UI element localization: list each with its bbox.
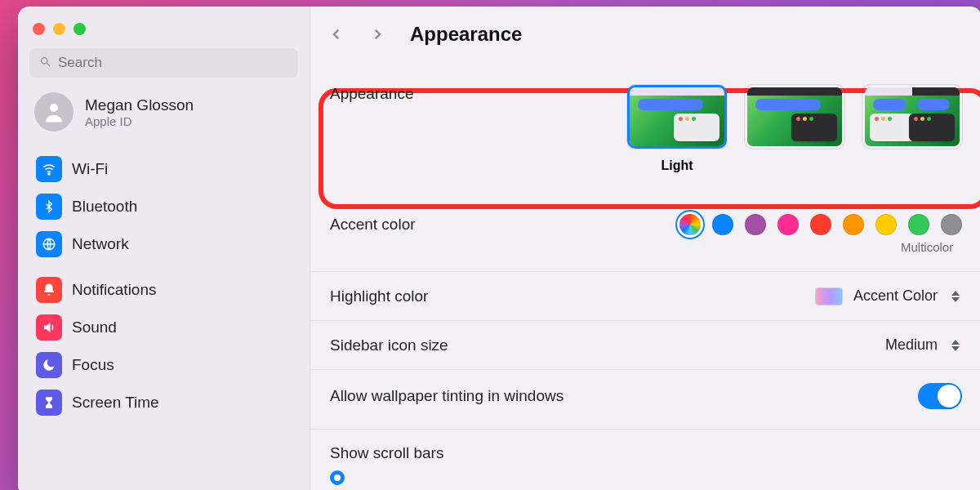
globe-icon — [36, 231, 62, 257]
chevron-up-down-icon — [949, 287, 962, 305]
svg-point-3 — [48, 173, 50, 175]
wallpaper-tinting-toggle[interactable] — [918, 383, 962, 409]
scroll-bars-section: Show scroll bars — [310, 429, 980, 485]
appearance-selected-label: Light — [627, 158, 727, 173]
sidebar-item-label: Network — [72, 235, 129, 253]
highlight-color-row: Highlight color Accent Color — [310, 272, 980, 321]
accent-pink[interactable] — [777, 214, 799, 235]
apple-id-row[interactable]: Megan Glosson Apple ID — [29, 82, 298, 141]
search-input[interactable] — [58, 55, 288, 71]
main-panel: Appearance Appearance — [310, 7, 980, 490]
wifi-icon — [36, 156, 62, 182]
search-field[interactable] — [29, 48, 298, 78]
appearance-option-dark[interactable] — [745, 85, 844, 149]
sidebar-item-label: Sound — [72, 318, 117, 336]
sidebar-item-bluetooth[interactable]: Bluetooth — [29, 189, 298, 225]
content: Appearance — [310, 60, 980, 485]
appearance-option-light[interactable] — [627, 85, 727, 149]
fullscreen-button[interactable] — [74, 23, 86, 35]
user-name: Megan Glosson — [85, 96, 194, 114]
accent-label: Accent color — [330, 216, 416, 234]
topbar: Appearance — [310, 7, 980, 60]
scroll-bars-option[interactable] — [330, 470, 962, 485]
highlight-swatch-icon — [816, 288, 842, 305]
accent-blue[interactable] — [712, 214, 733, 235]
wallpaper-tinting-row: Allow wallpaper tinting in windows — [310, 370, 980, 422]
appearance-options — [627, 85, 962, 149]
svg-point-2 — [50, 104, 58, 112]
sidebar-item-screentime[interactable]: Screen Time — [29, 385, 298, 421]
accent-red[interactable] — [810, 214, 831, 235]
sidebar-item-label: Notifications — [72, 281, 157, 299]
accent-swatches — [679, 214, 962, 235]
sidebar-item-label: Screen Time — [72, 394, 159, 412]
appearance-option-auto[interactable] — [862, 85, 962, 149]
avatar — [34, 92, 74, 131]
bell-icon — [36, 277, 62, 303]
sidebar-group-general: Notifications Sound Focus Screen Time — [29, 272, 298, 421]
window-controls — [29, 18, 298, 43]
accent-orange[interactable] — [843, 214, 864, 235]
close-button[interactable] — [33, 23, 45, 35]
bluetooth-icon — [36, 194, 62, 220]
hourglass-icon — [36, 390, 62, 416]
sidebar-size-label: Sidebar icon size — [330, 336, 448, 354]
appearance-label: Appearance — [330, 85, 413, 103]
sidebar-group-network: Wi-Fi Bluetooth Network — [29, 151, 298, 262]
accent-yellow[interactable] — [875, 214, 897, 235]
tinting-label: Allow wallpaper tinting in windows — [330, 387, 564, 405]
highlight-value: Accent Color — [853, 287, 938, 305]
appearance-row: Appearance — [310, 65, 980, 201]
accent-caption: Multicolor — [901, 240, 953, 254]
sidebar-item-wifi[interactable]: Wi-Fi — [29, 151, 298, 187]
minimize-button[interactable] — [53, 23, 65, 35]
sidebar: Megan Glosson Apple ID Wi-Fi Bluetooth — [18, 7, 310, 490]
accent-multicolor[interactable] — [679, 214, 701, 235]
sidebar-size-value: Medium — [885, 336, 938, 354]
page-title: Appearance — [410, 23, 522, 46]
chevron-up-down-icon — [949, 336, 962, 354]
accent-graphite[interactable] — [941, 214, 962, 235]
moon-icon — [36, 352, 62, 378]
back-button[interactable] — [323, 21, 350, 47]
highlight-label: Highlight color — [330, 287, 428, 305]
settings-window: Megan Glosson Apple ID Wi-Fi Bluetooth — [18, 7, 980, 490]
sidebar-size-row: Sidebar icon size Medium — [310, 321, 980, 370]
accent-color-row: Accent color Multicolor — [310, 201, 980, 272]
sidebar-item-label: Wi-Fi — [72, 160, 108, 178]
accent-purple[interactable] — [745, 214, 766, 235]
sidebar-item-label: Focus — [72, 356, 114, 374]
highlight-select[interactable]: Accent Color — [816, 287, 962, 305]
accent-green[interactable] — [908, 214, 929, 235]
search-icon — [39, 56, 51, 71]
sidebar-size-select[interactable]: Medium — [885, 336, 962, 354]
sidebar-item-focus[interactable]: Focus — [29, 347, 298, 383]
svg-line-1 — [47, 63, 50, 66]
speaker-icon — [36, 314, 62, 341]
radio-selected-icon — [330, 470, 345, 485]
scroll-bars-label: Show scroll bars — [330, 444, 962, 462]
svg-point-0 — [42, 57, 48, 64]
forward-button[interactable] — [364, 21, 390, 47]
sidebar-item-label: Bluetooth — [72, 198, 137, 216]
user-subtitle: Apple ID — [85, 114, 194, 128]
sidebar-item-network[interactable]: Network — [29, 226, 298, 262]
sidebar-item-sound[interactable]: Sound — [29, 310, 298, 345]
sidebar-item-notifications[interactable]: Notifications — [29, 272, 298, 308]
